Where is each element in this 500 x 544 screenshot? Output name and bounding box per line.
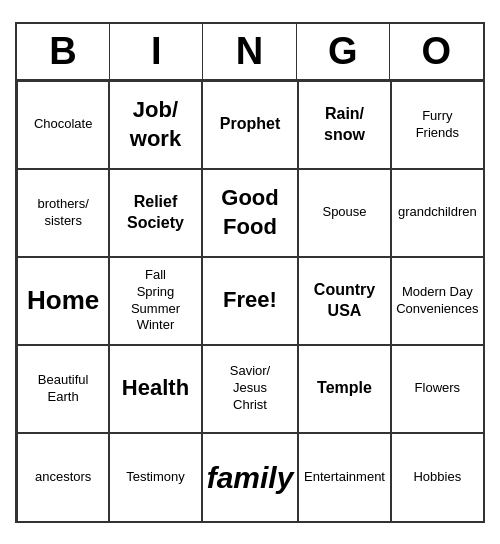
cell-text-19: Flowers	[415, 380, 461, 397]
cell-text-0: Chocolate	[34, 116, 93, 133]
cell-text-21: Testimony	[126, 469, 185, 486]
bingo-cell-18: Temple	[298, 345, 390, 433]
cell-text-23: Entertainment	[304, 469, 385, 486]
bingo-cell-17: Savior/ Jesus Christ	[202, 345, 299, 433]
bingo-cell-3: Rain/ snow	[298, 81, 390, 169]
bingo-cell-0: Chocolate	[17, 81, 109, 169]
cell-text-9: grandchildren	[398, 204, 477, 221]
cell-text-1: Job/ work	[130, 96, 181, 153]
bingo-cell-21: Testimony	[109, 433, 201, 521]
cell-text-12: Free!	[223, 286, 277, 315]
bingo-cell-10: Home	[17, 257, 109, 345]
cell-text-13: Country USA	[314, 280, 375, 322]
bingo-cell-6: Relief Society	[109, 169, 201, 257]
bingo-header: BINGO	[17, 24, 483, 81]
bingo-cell-16: Health	[109, 345, 201, 433]
bingo-cell-14: Modern Day Conveniences	[391, 257, 483, 345]
bingo-cell-5: brothers/ sisters	[17, 169, 109, 257]
bingo-cell-24: Hobbies	[391, 433, 483, 521]
bingo-cell-22: family	[202, 433, 299, 521]
bingo-cell-8: Spouse	[298, 169, 390, 257]
cell-text-22: family	[207, 458, 294, 497]
cell-text-17: Savior/ Jesus Christ	[230, 363, 270, 414]
cell-text-18: Temple	[317, 378, 372, 399]
cell-text-15: Beautiful Earth	[38, 372, 89, 406]
cell-text-14: Modern Day Conveniences	[396, 284, 478, 318]
cell-text-11: Fall Spring Summer Winter	[131, 267, 180, 335]
bingo-card: BINGO ChocolateJob/ workProphetRain/ sno…	[15, 22, 485, 523]
bingo-cell-7: Good Food	[202, 169, 299, 257]
bingo-cell-11: Fall Spring Summer Winter	[109, 257, 201, 345]
cell-text-5: brothers/ sisters	[38, 196, 89, 230]
bingo-letter-n: N	[203, 24, 296, 79]
cell-text-10: Home	[27, 284, 99, 318]
cell-text-16: Health	[122, 374, 189, 403]
bingo-cell-23: Entertainment	[298, 433, 390, 521]
bingo-cell-12: Free!	[202, 257, 299, 345]
bingo-cell-19: Flowers	[391, 345, 483, 433]
cell-text-7: Good Food	[221, 184, 278, 241]
cell-text-8: Spouse	[322, 204, 366, 221]
bingo-cell-9: grandchildren	[391, 169, 483, 257]
bingo-cell-20: ancestors	[17, 433, 109, 521]
cell-text-24: Hobbies	[413, 469, 461, 486]
cell-text-6: Relief Society	[127, 192, 184, 234]
bingo-cell-2: Prophet	[202, 81, 299, 169]
bingo-letter-o: O	[390, 24, 483, 79]
bingo-cell-15: Beautiful Earth	[17, 345, 109, 433]
cell-text-4: Furry Friends	[416, 108, 459, 142]
bingo-letter-g: G	[297, 24, 390, 79]
cell-text-20: ancestors	[35, 469, 91, 486]
bingo-letter-b: B	[17, 24, 110, 79]
bingo-cell-13: Country USA	[298, 257, 390, 345]
cell-text-2: Prophet	[220, 114, 280, 135]
bingo-letter-i: I	[110, 24, 203, 79]
bingo-cell-4: Furry Friends	[391, 81, 483, 169]
cell-text-3: Rain/ snow	[324, 104, 365, 146]
bingo-grid: ChocolateJob/ workProphetRain/ snowFurry…	[17, 81, 483, 521]
bingo-cell-1: Job/ work	[109, 81, 201, 169]
